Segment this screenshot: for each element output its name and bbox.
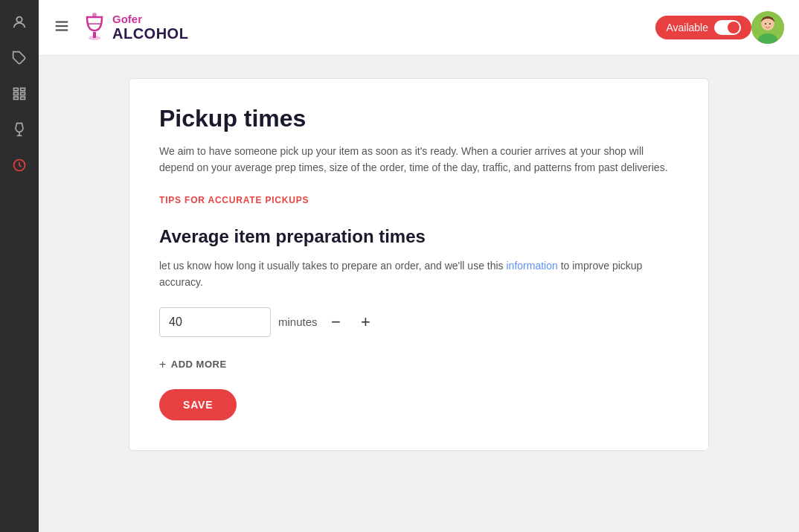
minutes-row: minutes − + [159,307,678,337]
avg-desc-text1: let us know how long it usually takes to… [159,260,507,272]
add-more-label: ADD MORE [171,359,227,370]
svg-rect-2 [14,89,19,91]
svg-point-21 [769,23,771,25]
logo: Gofer ALCOHOL [81,11,188,44]
toggle-knob[interactable] [714,20,741,35]
sidebar-item-clock[interactable] [4,150,34,180]
header: Gofer ALCOHOL Available [39,0,799,56]
minutes-label: minutes [278,315,318,328]
plus-button[interactable]: + [355,311,377,333]
add-more-row[interactable]: + ADD MORE [159,358,678,371]
avg-desc-link[interactable]: information [507,260,558,272]
sidebar [0,0,39,532]
pickup-description: We aim to have someone pick up your item… [159,143,678,176]
svg-rect-4 [14,92,19,94]
avg-description: let us know how long it usually takes to… [159,257,678,291]
sidebar-item-user[interactable] [4,7,34,37]
svg-point-0 [16,17,22,22]
avatar[interactable] [751,11,784,44]
logo-alcohol: ALCOHOL [112,25,188,42]
tips-link[interactable]: TIPS FOR ACCURATE PICKUPS [159,195,309,205]
svg-point-20 [765,23,766,25]
card: Pickup times We aim to have someone pick… [129,78,709,451]
svg-rect-7 [21,97,25,99]
svg-rect-15 [93,32,96,38]
pickup-title: Pickup times [159,105,678,132]
hamburger-icon[interactable] [54,18,70,38]
logo-icon [81,11,108,44]
svg-point-17 [92,13,97,17]
avg-prep-title: Average item preparation times [159,226,678,247]
logo-gofer: Gofer [112,13,188,26]
sidebar-item-tag[interactable] [4,43,34,73]
add-more-icon: + [159,358,167,371]
sidebar-item-wine[interactable] [4,115,34,144]
available-toggle[interactable]: Available [655,16,751,39]
available-label: Available [666,22,708,33]
svg-rect-5 [21,92,25,94]
logo-text: Gofer ALCOHOL [112,13,188,42]
avatar-image [751,11,784,44]
sidebar-item-grid[interactable] [4,79,34,109]
main-area: Gofer ALCOHOL Available [39,0,799,532]
svg-rect-3 [21,89,25,91]
content: Pickup times We aim to have someone pick… [39,56,799,532]
minutes-input[interactable] [159,307,271,337]
svg-rect-6 [14,97,19,99]
save-button[interactable]: SAVE [159,389,237,420]
minus-button[interactable]: − [325,311,347,333]
